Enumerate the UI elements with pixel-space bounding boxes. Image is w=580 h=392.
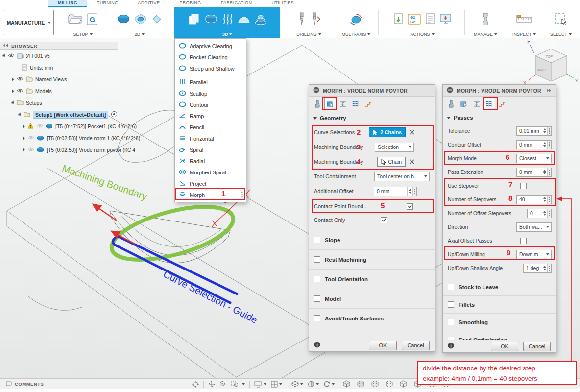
browser-row-setup1[interactable]: Setup1 [Work offset=Default] (0, 109, 152, 121)
use-stepover-checkbox[interactable] (520, 183, 527, 189)
tab-heights[interactable] (471, 98, 483, 110)
menu-item-horizontal[interactable]: Horizontal (175, 133, 246, 144)
updown-shallow-angle-input[interactable]: 1 deg (523, 264, 552, 273)
section-passes[interactable]: Passes (443, 111, 556, 124)
group-model[interactable]: Model (309, 289, 435, 308)
selected-setup-label[interactable]: Setup1 [Work offset=Default] (33, 111, 108, 119)
display-settings-icon[interactable] (254, 381, 266, 388)
tab-linking[interactable] (362, 98, 374, 110)
morph-mode-select[interactable]: Closest (516, 154, 552, 163)
group-label-drilling[interactable]: DRILLING (283, 32, 335, 37)
tool-library-icon[interactable] (481, 12, 490, 26)
spinner-drag-handle[interactable] (547, 209, 551, 218)
tab-tool[interactable] (445, 98, 457, 110)
cancel-button[interactable]: Cancel (523, 342, 551, 351)
tab-probing[interactable]: PROBING (169, 0, 211, 7)
section-analysis-icon[interactable] (308, 381, 319, 388)
cancel-button[interactable]: Cancel (402, 341, 430, 350)
group-smoothing[interactable]: Smoothing (443, 313, 556, 331)
tab-turning[interactable]: TURNING (87, 0, 128, 7)
spinner-arrows-icon[interactable] (542, 168, 547, 176)
browser-row-units[interactable]: Units: mm (0, 62, 152, 74)
tool-orientation-checkbox[interactable] (314, 276, 320, 282)
expand-icon[interactable] (11, 100, 15, 105)
tab-fabrication[interactable]: FABRICATION (211, 0, 262, 7)
browser-row-named-views[interactable]: Named Views (0, 74, 152, 85)
additional-offset-input[interactable]: 0 mm (374, 187, 417, 196)
group-label-manage[interactable]: MANAGE (466, 32, 505, 37)
menu-item-project[interactable]: Project (175, 178, 246, 189)
menu-item-steep-and-shallow[interactable]: Steep and Shallow (175, 63, 246, 74)
browser-row-toolpath-vrode-povtor[interactable]: [T5 (0:02:50)] Vrode norm povtor (КС 4 (0, 144, 152, 156)
active-setup-icon[interactable] (111, 111, 118, 119)
new-setup-icon[interactable] (68, 13, 82, 25)
iso-view-icon[interactable] (400, 380, 407, 388)
collapse-dialog-icon[interactable] (313, 87, 319, 94)
group-stock-to-leave[interactable]: Stock to Leave (443, 278, 556, 295)
simulate-icon[interactable] (439, 13, 452, 25)
browser-row-toolpath-vrode1[interactable]: [T5 (0:02:50)] Vrode norm 1 (КС 4*6*2*6) (0, 132, 152, 144)
zoom-window-icon[interactable] (231, 381, 245, 388)
number-of-stepovers-input[interactable]: 40 (516, 195, 552, 204)
measure-ruler-icon[interactable] (516, 14, 532, 24)
tab-passes[interactable] (350, 98, 362, 110)
iso-view-icon[interactable] (386, 380, 393, 388)
expand-icon[interactable] (23, 124, 25, 128)
spinner-drag-handle[interactable] (547, 141, 551, 149)
select-tool-icon[interactable] (554, 12, 568, 26)
menu-item-parallel[interactable]: Parallel (175, 76, 246, 88)
comments-panel[interactable]: COMMENTS (6, 379, 44, 389)
menu-item-scallop[interactable]: Scallop (175, 88, 246, 99)
tab-tool[interactable] (312, 98, 323, 110)
spinner-arrows-icon[interactable] (542, 196, 547, 204)
center-origin-icon[interactable] (192, 381, 199, 388)
tab-geometry[interactable] (458, 98, 470, 110)
machining-boundary-chain-button[interactable]: Chain (377, 157, 406, 167)
visibility-eye-icon[interactable] (36, 123, 43, 129)
2d-pocket-icon[interactable] (134, 13, 147, 25)
3d-spiral-icon[interactable] (254, 13, 267, 25)
tab-heights[interactable] (337, 98, 349, 110)
pan-icon[interactable] (208, 381, 215, 388)
visibility-eye-icon[interactable] (27, 135, 34, 141)
gcode-editor-icon[interactable]: G1G2 (408, 13, 421, 25)
slope-checkbox[interactable] (314, 237, 320, 243)
visibility-eye-icon[interactable] (17, 76, 24, 82)
group-fillets[interactable]: Fillets (443, 295, 556, 313)
menu-item-pencil[interactable]: Pencil (175, 122, 246, 133)
post-process-icon[interactable] (393, 13, 404, 25)
collapse-browser-icon[interactable] (3, 43, 8, 49)
menu-item-options-icon[interactable] (241, 191, 243, 199)
group-label-setup[interactable]: SETUP (60, 32, 106, 37)
3d-adaptive-icon[interactable] (188, 13, 200, 25)
contact-point-checkbox[interactable] (407, 203, 413, 210)
spinner-drag-handle[interactable] (547, 196, 551, 204)
expand-icon[interactable] (23, 136, 25, 140)
menu-item-ramp[interactable]: Ramp (175, 110, 246, 122)
3d-scallop-icon[interactable] (238, 14, 250, 24)
spinner-drag-handle[interactable] (547, 264, 551, 272)
menu-item-morph[interactable]: Morph (175, 189, 246, 200)
pass-extension-input[interactable]: 0 mm (516, 168, 552, 177)
browser-row-models[interactable]: Models (0, 85, 152, 97)
spinner-arrows-icon[interactable] (407, 187, 412, 196)
manufacture-workspace-button[interactable]: MANUFACTURE (4, 10, 54, 35)
updown-milling-select[interactable]: Down m... (516, 250, 552, 259)
tab-milling[interactable]: MILLING (48, 0, 87, 7)
setup-sheet-icon[interactable] (425, 13, 435, 25)
ok-button[interactable]: OK (491, 342, 518, 351)
tab-linking[interactable] (496, 98, 508, 110)
menu-item-pocket-clearing[interactable]: Pocket Clearing (175, 51, 246, 63)
2d-face-icon[interactable] (151, 13, 163, 25)
multi-axis-icon[interactable] (349, 13, 363, 25)
expand-icon[interactable] (2, 53, 6, 58)
clear-machining-boundary-icon[interactable] (408, 158, 416, 166)
3d-parallel-icon[interactable] (222, 13, 234, 25)
tolerance-input[interactable]: 0.01 mm (516, 126, 552, 136)
iso-view-icon[interactable] (343, 380, 350, 388)
dialog-header[interactable]: MORPH : VRODE NORM POVTOR (443, 85, 556, 97)
collapse-dialog-icon[interactable] (447, 87, 453, 94)
dialog-header[interactable]: MORPH : VRODE NORM POVTOR (309, 85, 435, 97)
grid-display-icon[interactable] (271, 381, 282, 388)
view-cube[interactable]: TOP RIGHT Z Y X (523, 40, 578, 85)
